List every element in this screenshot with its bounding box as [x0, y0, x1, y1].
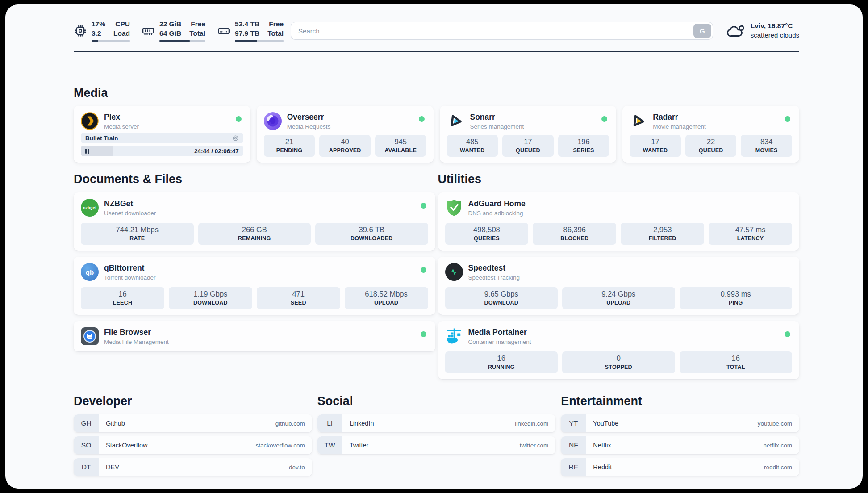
bookmark-linkedin[interactable]: LI LinkedIn linkedin.com	[317, 414, 556, 432]
status-dot-online	[419, 116, 425, 122]
bookmark-name: YouTube	[593, 420, 618, 427]
stat-box-series: 196 SERIES	[558, 135, 609, 157]
service-description: Media File Management	[104, 338, 169, 345]
cpu-widget: 17% 3.2 CPU Load	[74, 20, 130, 42]
now-playing-progress-row: 24:44 / 02:06:47	[81, 146, 243, 156]
service-card-adguard[interactable]: AdGuard Home DNS and adblocking 498,508 …	[438, 192, 800, 251]
sonarr-icon	[447, 112, 465, 130]
search-input[interactable]	[291, 22, 713, 40]
bookmark-github[interactable]: GH Github github.com	[74, 414, 312, 432]
service-card-portainer[interactable]: Media Portainer Container management 16 …	[438, 321, 800, 379]
resource-widgets: 17% 3.2 CPU Load	[74, 20, 284, 42]
status-dot-online	[421, 331, 426, 337]
memory-total-label: Total	[189, 29, 205, 38]
service-name: File Browser	[104, 328, 169, 337]
playback-time: 24:44 / 02:06:47	[194, 148, 239, 155]
service-card-nzbget[interactable]: nzbget NZBGet Usenet downloader 744.21 M…	[74, 192, 435, 251]
search-bar: G	[291, 22, 713, 40]
memory-free-label: Free	[189, 20, 205, 29]
now-playing-view-icon[interactable]	[232, 135, 239, 142]
status-dot-online	[236, 116, 242, 122]
portainer-icon	[445, 327, 463, 345]
status-dot-online	[785, 331, 790, 337]
bookmark-name: Reddit	[593, 464, 612, 471]
stat-box-filtered: 2,953 FILTERED	[621, 223, 704, 245]
speedtest-icon	[445, 263, 463, 281]
service-card-speedtest[interactable]: Speedtest Speedtest Tracking 9.65 Gbps D…	[438, 257, 800, 315]
stat-box-blocked: 86,396 BLOCKED	[533, 223, 616, 245]
bookmark-abbr: SO	[74, 436, 99, 454]
service-description: Container management	[468, 338, 531, 345]
bookmark-url: github.com	[275, 420, 305, 427]
documents-column: Documents & Files nzbget NZBGet Usenet d…	[74, 172, 435, 379]
pause-icon[interactable]	[85, 149, 89, 154]
disk-widget: 52.4 TB 97.9 TB Free Total	[217, 20, 284, 42]
ram-icon	[142, 24, 155, 38]
service-description: Speedtest Tracking	[468, 274, 520, 281]
bookmark-url: stackoverflow.com	[255, 442, 305, 449]
service-description: DNS and adblocking	[468, 210, 526, 217]
bookmark-abbr: NF	[561, 436, 586, 454]
service-card-plex[interactable]: Plex Media server Bullet Train	[74, 106, 250, 163]
disk-total-label: Total	[267, 29, 284, 38]
bookmark-stackoverflow[interactable]: SO StackOverflow stackoverflow.com	[74, 436, 312, 454]
disk-free-label: Free	[267, 20, 284, 29]
stat-box-upload: 9.24 Gbps UPLOAD	[562, 287, 675, 309]
service-name: Radarr	[653, 113, 706, 122]
service-description: Movie management	[653, 123, 706, 130]
filebrowser-icon	[81, 327, 99, 345]
section-title-utilities: Utilities	[438, 172, 800, 186]
bookmark-name: Twitter	[350, 442, 369, 449]
service-name: Media Portainer	[468, 328, 531, 337]
stat-box-stopped: 0 STOPPED	[562, 351, 675, 373]
service-name: Speedtest	[468, 263, 520, 273]
service-description: Media server	[104, 123, 139, 130]
service-name: Overseerr	[287, 113, 331, 122]
status-dot-online	[421, 203, 426, 209]
section-title-documents: Documents & Files	[74, 172, 435, 186]
utilities-column: Utilities	[438, 172, 800, 379]
bookmark-dev[interactable]: DT DEV dev.to	[74, 458, 312, 476]
stat-box-running: 16 RUNNING	[445, 351, 558, 373]
bookmark-netflix[interactable]: NF Netflix netflix.com	[561, 436, 799, 454]
stat-box-queued: 22 QUEUED	[685, 135, 737, 157]
service-description: Media Requests	[287, 123, 331, 130]
bookmark-url: netflix.com	[763, 442, 792, 449]
stat-box-seed: 471 SEED	[257, 287, 340, 309]
service-card-radarr[interactable]: Radarr Movie management 17 WANTED 22 QUE…	[622, 106, 799, 163]
service-name: NZBGet	[104, 199, 156, 209]
service-card-qbittorrent[interactable]: qb qBittorrent Torrent downloader 16 LEE…	[74, 257, 435, 315]
nzbget-icon: nzbget	[81, 199, 99, 217]
adguard-icon	[445, 199, 463, 217]
bookmark-youtube[interactable]: YT YouTube youtube.com	[561, 414, 799, 432]
disk-free-value: 52.4 TB	[235, 20, 259, 29]
media-card-row: Plex Media server Bullet Train	[74, 106, 799, 163]
bookmark-twitter[interactable]: TW Twitter twitter.com	[317, 436, 556, 454]
service-card-sonarr[interactable]: Sonarr Series management 485 WANTED 17 Q…	[440, 106, 617, 163]
bookmark-abbr: TW	[317, 436, 342, 454]
stat-box-download: 9.65 Gbps DOWNLOAD	[445, 287, 558, 309]
search-provider-button[interactable]: G	[693, 24, 711, 38]
bookmark-name: Netflix	[593, 442, 611, 449]
memory-widget: 22 GiB 64 GiB Free Total	[142, 20, 205, 42]
stat-box-movies: 834 MOVIES	[741, 135, 792, 157]
bookmark-name: Github	[106, 420, 125, 427]
memory-progress-bar	[159, 40, 205, 42]
weather-location-temp: Lviv, 16.87°C	[751, 21, 799, 31]
service-name: qBittorrent	[104, 263, 156, 273]
service-card-filebrowser[interactable]: File Browser Media File Management	[74, 321, 435, 351]
bookmark-url: dev.to	[289, 464, 305, 471]
disk-progress-bar	[235, 40, 284, 42]
stat-box-remaining: 266 GB REMAINING	[198, 223, 311, 245]
cloud-icon	[726, 21, 745, 40]
stat-box-approved: 40 APPROVED	[319, 135, 371, 157]
stat-box-ping: 0.993 ms PING	[680, 287, 793, 309]
bookmark-reddit[interactable]: RE Reddit reddit.com	[561, 458, 799, 476]
radarr-icon	[630, 112, 647, 130]
cpu-icon	[74, 24, 87, 38]
cpu-label: CPU	[113, 20, 130, 29]
header-divider	[74, 51, 799, 52]
section-title-media: Media	[74, 86, 799, 100]
service-card-overseerr[interactable]: Overseerr Media Requests 21 PENDING 40 A…	[257, 106, 434, 163]
cpu-usage-value: 17%	[92, 20, 105, 29]
